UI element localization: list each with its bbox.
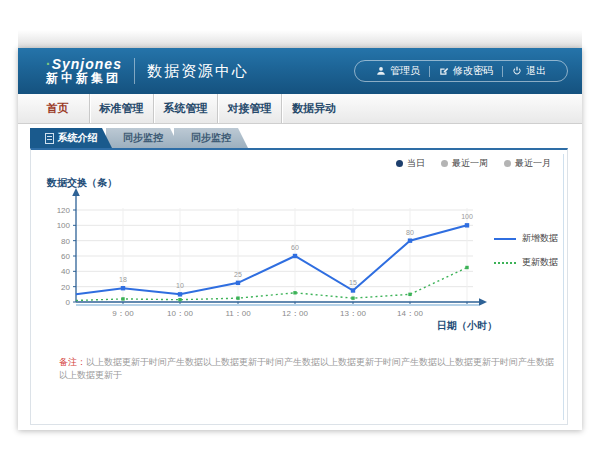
tab-label: 同步监控 [123, 131, 163, 145]
page-top-fade [18, 30, 582, 48]
header-divider [134, 58, 135, 84]
legend-item-updated-data: 更新数据 [494, 256, 558, 269]
svg-text:25: 25 [234, 271, 242, 278]
svg-text:100: 100 [57, 221, 71, 230]
svg-text:10：00: 10：00 [167, 309, 193, 318]
nav-item-standard-mgmt[interactable]: 标准管理 [90, 94, 154, 123]
svg-text:日期（小时）: 日期（小时） [437, 320, 497, 331]
document-icon [45, 133, 54, 144]
svg-text:40: 40 [61, 267, 70, 276]
app-header: ·Synjones 新中新集团 数据资源中心 管理员 修改密码 [18, 48, 582, 94]
app-title: 数据资源中心 [147, 62, 249, 81]
main-nav: 首页 标准管理 系统管理 对接管理 数据异动 [18, 94, 582, 124]
logo-text-en: ·Synjones [46, 57, 122, 72]
power-icon [512, 66, 522, 76]
legend-item-new-data: 新增数据 [494, 232, 558, 245]
change-password-label: 修改密码 [453, 64, 493, 78]
svg-text:15: 15 [349, 279, 357, 286]
nav-item-data-change[interactable]: 数据异动 [282, 94, 346, 123]
svg-text:13：00: 13：00 [340, 309, 366, 318]
svg-text:100: 100 [461, 213, 473, 220]
logo-text-cn: 新中新集团 [46, 72, 122, 85]
tab-sync-monitor-2[interactable]: 同步监控 [174, 128, 248, 148]
legend-label: 新增数据 [522, 232, 558, 245]
legend-dotted-line-swatch [494, 262, 516, 264]
nav-item-home[interactable]: 首页 [26, 94, 90, 123]
svg-text:0: 0 [66, 298, 71, 307]
desktop-background: ·Synjones 新中新集团 数据资源中心 管理员 修改密码 [0, 0, 600, 450]
change-password-button[interactable]: 修改密码 [430, 64, 502, 78]
svg-text:18: 18 [119, 276, 127, 283]
svg-text:20: 20 [61, 283, 70, 292]
user-icon [376, 66, 386, 76]
tab-system-intro[interactable]: 系统介绍 [30, 128, 112, 148]
logout-label: 退出 [526, 64, 546, 78]
tab-sync-monitor-1[interactable]: 同步监控 [106, 128, 180, 148]
svg-text:9：00: 9：00 [112, 309, 134, 318]
user-label: 管理员 [390, 64, 420, 78]
nav-item-system-mgmt[interactable]: 系统管理 [154, 94, 218, 123]
nav-item-interface-mgmt[interactable]: 对接管理 [218, 94, 282, 123]
svg-text:数据交换（条）: 数据交换（条） [46, 177, 117, 188]
legend-solid-line-swatch [494, 238, 516, 240]
svg-text:120: 120 [57, 206, 71, 215]
footnote-text: 以上数据更新于时间产生数据以上数据更新于时间产生数据以上数据更新于时间产生数据以… [59, 357, 554, 380]
chart-legend: 新增数据 更新数据 [494, 232, 558, 280]
legend-label: 更新数据 [522, 256, 558, 269]
svg-text:80: 80 [61, 237, 70, 246]
edit-icon [439, 66, 449, 76]
tab-label: 同步监控 [191, 131, 231, 145]
svg-text:10: 10 [176, 282, 184, 289]
admin-user-button[interactable]: 管理员 [367, 64, 429, 78]
tab-bar: 系统介绍 同步监控 同步监控 [30, 128, 582, 148]
app-window: ·Synjones 新中新集团 数据资源中心 管理员 修改密码 [18, 48, 582, 430]
user-toolbar: 管理员 修改密码 退出 [354, 60, 568, 82]
svg-text:60: 60 [291, 244, 299, 251]
brand-block: ·Synjones 新中新集团 数据资源中心 [32, 57, 249, 84]
logout-button[interactable]: 退出 [503, 64, 555, 78]
svg-text:60: 60 [61, 252, 70, 261]
svg-text:11：00: 11：00 [225, 309, 251, 318]
footnote-prefix: 备注： [59, 357, 86, 367]
svg-text:14：00: 14：00 [397, 309, 423, 318]
tab-label: 系统介绍 [58, 131, 98, 145]
svg-text:80: 80 [406, 229, 414, 236]
footnote: 备注：以上数据更新于时间产生数据以上数据更新于时间产生数据以上数据更新于时间产生… [31, 356, 567, 381]
svg-text:12：00: 12：00 [282, 309, 308, 318]
chart-panel: 当日 最近一周 最近一月 0204060801001209：0010：0011：… [30, 148, 568, 425]
line-chart: 0204060801001209：0010：0011：0012：0013：001… [31, 150, 569, 340]
company-logo: ·Synjones 新中新集团 [32, 57, 122, 84]
